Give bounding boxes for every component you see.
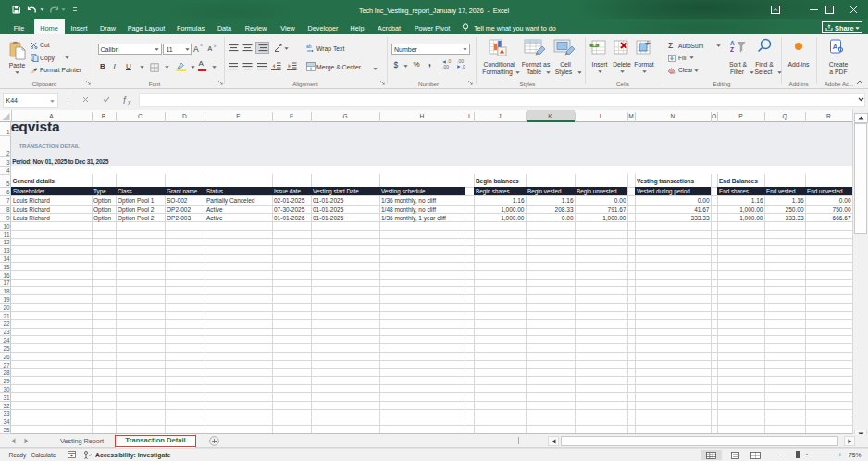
svg-text:A: A — [730, 40, 735, 46]
svg-text:ab: ab — [306, 44, 312, 49]
svg-text:A: A — [833, 43, 838, 51]
svg-text:Z: Z — [730, 46, 734, 53]
svg-text:x: x — [127, 99, 131, 106]
svg-text:f: f — [123, 95, 127, 106]
